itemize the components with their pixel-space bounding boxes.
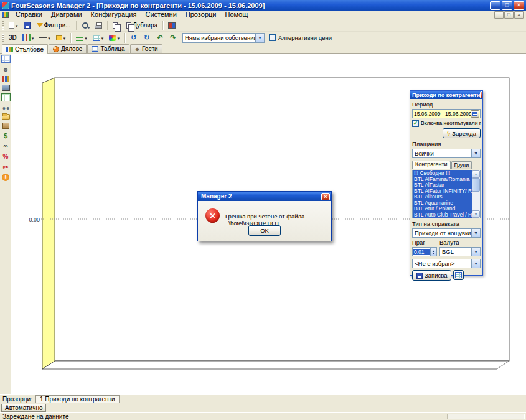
owner-combo[interactable]: Няма избрани собственици bbox=[182, 33, 265, 43]
legend-icon bbox=[39, 35, 47, 41]
dialog-title-bar[interactable]: Manager 2 × bbox=[198, 192, 331, 201]
tab-columns[interactable]: Стълбове bbox=[2, 44, 48, 54]
tab-table[interactable]: Таблица bbox=[87, 44, 129, 53]
undo-view-button[interactable] bbox=[154, 32, 166, 44]
copy-button[interactable] bbox=[110, 20, 124, 31]
list-item[interactable]: BTL Atur / Poland bbox=[413, 206, 472, 212]
tab-shares[interactable]: Дялове bbox=[49, 44, 87, 53]
list-item[interactable]: BTL AlFastar bbox=[413, 182, 472, 189]
calendar-icon[interactable] bbox=[471, 110, 479, 118]
tab-guests[interactable]: Гости bbox=[130, 44, 162, 53]
folder-icon[interactable] bbox=[2, 114, 10, 120]
save-report-button[interactable]: Записва bbox=[412, 270, 451, 281]
legend-button[interactable] bbox=[37, 32, 53, 44]
list-item[interactable]: BTL Aquamarine bbox=[413, 200, 472, 207]
scrollbar-thumb[interactable] bbox=[472, 178, 480, 192]
chart-toolbar: 3D Няма избрани bbox=[0, 32, 526, 44]
duplicate-button[interactable]: Дублира bbox=[124, 20, 160, 31]
maximize-button[interactable]: □ bbox=[502, 1, 512, 10]
duplicate-label: Дублира bbox=[133, 22, 157, 29]
close-button[interactable]: × bbox=[514, 1, 524, 10]
list-item[interactable]: !!! Свободни !!! bbox=[413, 170, 472, 177]
package-icon[interactable] bbox=[2, 123, 9, 129]
spreadsheet-icon[interactable] bbox=[1, 93, 11, 101]
copy-icon bbox=[113, 22, 118, 29]
minimize-button[interactable]: _ bbox=[490, 1, 500, 10]
menu-windows[interactable]: Прозорци bbox=[181, 11, 221, 19]
menu-configuration[interactable]: Конфигурация bbox=[87, 11, 141, 19]
ok-button[interactable]: OK bbox=[248, 225, 281, 236]
spinner-arrows-icon[interactable] bbox=[430, 248, 436, 256]
rotate-right-button[interactable] bbox=[141, 32, 153, 44]
list-scrollbar[interactable] bbox=[472, 170, 480, 218]
scroll-down-icon[interactable] bbox=[472, 210, 480, 218]
counterparties-listbox[interactable]: !!! Свободни !!! BTL AlFamina/Romania BT… bbox=[412, 170, 481, 218]
menu-diagrams[interactable]: Диаграми bbox=[47, 11, 87, 19]
list-item[interactable]: BTL AlFamina/Romania bbox=[413, 177, 472, 183]
grid-button[interactable] bbox=[90, 32, 106, 44]
include-guests-checkbox[interactable] bbox=[412, 120, 419, 127]
currency-value: BGL bbox=[442, 248, 471, 255]
chevron-down-icon bbox=[255, 34, 264, 42]
monitor-icon[interactable] bbox=[2, 85, 10, 91]
mdi-minimize-button[interactable]: _ bbox=[494, 11, 504, 19]
list-item[interactable]: BTL Alltours bbox=[413, 194, 472, 200]
report-type-combo[interactable]: Приходи от нощувки bbox=[412, 228, 481, 238]
print-button[interactable] bbox=[92, 20, 105, 31]
guests-group-icon[interactable] bbox=[1, 104, 11, 112]
toolbar-grip[interactable] bbox=[2, 34, 4, 42]
menu-help[interactable]: Помощ bbox=[220, 11, 252, 19]
tab-shares-label: Дялове bbox=[61, 45, 82, 52]
period-field[interactable]: 15.06.2009 - 15.06.2009 bbox=[412, 109, 481, 118]
alert-icon[interactable] bbox=[2, 174, 9, 181]
rotate-left-button[interactable] bbox=[128, 32, 140, 44]
dialog-close-button[interactable]: × bbox=[321, 193, 330, 200]
new-report-button[interactable] bbox=[6, 20, 21, 31]
menu-reports[interactable]: Справки bbox=[11, 11, 47, 19]
currency-combo[interactable]: BGL bbox=[439, 247, 481, 256]
chart-3d-button[interactable]: 3D bbox=[6, 32, 19, 44]
payments-combo[interactable]: Всички bbox=[412, 149, 481, 158]
floor-plan-icon[interactable] bbox=[1, 55, 11, 63]
print-preview-button[interactable] bbox=[79, 20, 92, 31]
scroll-up-icon[interactable] bbox=[472, 170, 480, 178]
chart-type-button[interactable] bbox=[20, 32, 37, 44]
redo-view-button[interactable] bbox=[167, 32, 179, 44]
overview-icon[interactable] bbox=[1, 142, 11, 150]
tab-counterparties[interactable]: Контрагенти bbox=[412, 161, 451, 169]
cut-icon[interactable] bbox=[1, 163, 11, 171]
automatic-button[interactable]: Автоматично bbox=[1, 404, 46, 412]
tab-guests-label: Гости bbox=[142, 45, 157, 52]
load-button[interactable]: Зарежда bbox=[443, 128, 481, 138]
mdi-close-button[interactable]: × bbox=[514, 11, 524, 19]
status-progress-cell bbox=[447, 414, 525, 419]
window-tab-report[interactable]: 1 Приходи по контрагенти bbox=[35, 395, 120, 403]
palette-button[interactable] bbox=[106, 32, 122, 44]
panel-title: Приходи по контрагенти bbox=[412, 92, 480, 98]
list-item[interactable]: BTL Auto Club Travel / Hunga bbox=[413, 212, 472, 218]
percent-icon[interactable] bbox=[1, 152, 11, 161]
panel-title-bar[interactable]: Приходи по контрагенти × bbox=[410, 91, 482, 99]
guest-icon[interactable] bbox=[1, 65, 11, 73]
error-dialog: Manager 2 × Грешка при четене от файла .… bbox=[197, 191, 332, 241]
hotel-combo[interactable]: <Не е избран> bbox=[412, 259, 481, 268]
series-button[interactable] bbox=[73, 32, 90, 44]
currency-label: Валута bbox=[439, 239, 459, 246]
filters-button[interactable]: Филтри... bbox=[34, 20, 73, 31]
include-guests-label: Включва неотпътували гости bbox=[421, 120, 481, 126]
list-item[interactable]: BTL AlFatur INFINITY/ Romani bbox=[413, 189, 472, 195]
save-button[interactable] bbox=[21, 20, 34, 31]
tab-groups[interactable]: Групи bbox=[451, 161, 472, 169]
menu-system[interactable]: Системни bbox=[141, 11, 181, 19]
legend-book-button[interactable] bbox=[166, 20, 178, 31]
marks-button[interactable] bbox=[54, 32, 68, 44]
alt-prices-checkbox[interactable] bbox=[269, 34, 276, 41]
panel-close-button[interactable]: × bbox=[480, 91, 482, 98]
bar-chart-icon[interactable] bbox=[2, 76, 9, 82]
payments-icon[interactable] bbox=[1, 131, 11, 139]
threshold-spinner[interactable]: 0.01 bbox=[412, 247, 437, 256]
chevron-down-icon bbox=[117, 34, 120, 41]
toolbar-grip[interactable] bbox=[2, 21, 4, 30]
options-button[interactable] bbox=[453, 270, 464, 280]
mdi-restore-button[interactable]: □ bbox=[504, 11, 514, 19]
